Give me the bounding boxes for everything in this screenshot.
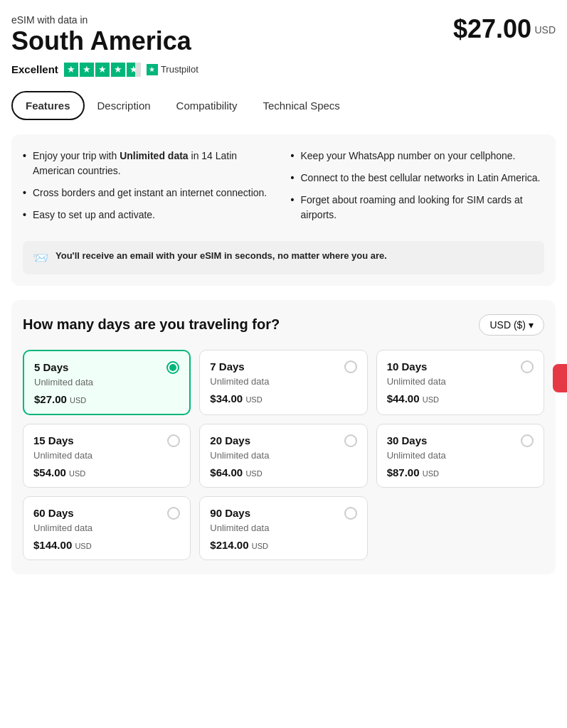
day-card-header: 60 Days: [33, 507, 180, 520]
data-label: Unlimited data: [33, 523, 180, 533]
features-left: Enjoy your trip with Unlimited data in 1…: [23, 149, 277, 230]
day-card[interactable]: 60 Days Unlimited data $144.00 USD: [23, 496, 191, 560]
data-label: Unlimited data: [34, 377, 179, 387]
day-card[interactable]: 5 Days Unlimited data $27.00 USD: [23, 350, 191, 415]
day-price: $64.00 USD: [210, 466, 356, 478]
price-currency: USD: [534, 24, 556, 36]
radio-button[interactable]: [167, 507, 180, 520]
day-price-currency: USD: [245, 395, 262, 404]
days-grid: 5 Days Unlimited data $27.00 USD 7 Days …: [23, 350, 544, 560]
floating-action-button[interactable]: [553, 364, 567, 392]
page-title: South America: [11, 27, 191, 55]
email-notice: 📨 You'll receive an email with your eSIM…: [23, 241, 544, 274]
feature-item: Connect to the best cellular networks in…: [291, 171, 545, 186]
day-price: $44.00 USD: [387, 392, 534, 405]
day-price: $214.00 USD: [210, 539, 356, 551]
tab-bar: Features Description Compatibility Techn…: [11, 91, 556, 120]
day-card[interactable]: 10 Days Unlimited data $44.00 USD: [376, 350, 544, 415]
radio-button[interactable]: [344, 360, 357, 373]
day-card-header: 5 Days: [34, 361, 179, 374]
day-price-currency: USD: [252, 542, 268, 550]
feature-item: Enjoy your trip with Unlimited data in 1…: [23, 149, 277, 178]
feature-item: Easy to set up and activate.: [23, 208, 277, 223]
day-price-currency: USD: [245, 469, 262, 478]
feature-item: Keep your WhatsApp number on your cellph…: [291, 149, 545, 164]
data-label: Unlimited data: [210, 450, 356, 461]
day-card[interactable]: 20 Days Unlimited data $64.00 USD: [199, 424, 367, 488]
star-2: ★: [80, 63, 94, 77]
trustpilot-logo-star: ★: [147, 64, 158, 75]
feature-item: Cross borders and get instant an interne…: [23, 186, 277, 200]
day-price-currency: USD: [423, 395, 439, 404]
day-card-header: 20 Days: [210, 434, 356, 447]
day-price: $54.00 USD: [33, 466, 180, 478]
day-price: $34.00 USD: [210, 392, 356, 405]
day-label: 20 Days: [210, 434, 250, 446]
currency-chevron-icon: ▾: [529, 319, 534, 331]
radio-button[interactable]: [167, 434, 180, 447]
tab-compatibility[interactable]: Compatibility: [164, 91, 250, 120]
day-label: 60 Days: [33, 507, 74, 519]
day-price-currency: USD: [69, 469, 85, 478]
radio-button[interactable]: [521, 360, 534, 373]
star-1: ★: [64, 63, 78, 77]
day-card-header: 90 Days: [210, 507, 356, 520]
tab-features[interactable]: Features: [11, 91, 85, 120]
trustpilot-section: Excellent ★ ★ ★ ★ ★ ★ Trustpilot: [11, 63, 556, 77]
day-label: 90 Days: [210, 507, 250, 519]
radio-button[interactable]: [521, 434, 534, 447]
data-label: Unlimited data: [210, 376, 356, 387]
day-price-currency: USD: [423, 469, 439, 478]
day-label: 15 Days: [33, 434, 74, 446]
features-grid: Enjoy your trip with Unlimited data in 1…: [23, 149, 544, 230]
day-price: $27.00 USD: [34, 393, 179, 405]
trustpilot-logo: ★ Trustpilot: [147, 64, 198, 75]
star-5: ★: [127, 63, 141, 77]
data-label: Unlimited data: [210, 523, 356, 533]
data-label: Unlimited data: [387, 376, 534, 387]
day-price: $144.00 USD: [33, 539, 180, 551]
radio-button[interactable]: [344, 507, 357, 520]
day-card[interactable]: 90 Days Unlimited data $214.00 USD: [199, 496, 367, 560]
day-card[interactable]: 30 Days Unlimited data $87.00 USD: [376, 424, 544, 488]
feature-item: Forget about roaming and looking for SIM…: [291, 193, 545, 223]
data-label: Unlimited data: [387, 450, 534, 461]
email-notice-text: You'll receive an email with your eSIM i…: [55, 250, 387, 262]
day-label: 7 Days: [210, 360, 244, 373]
tab-technical-specs[interactable]: Technical Specs: [250, 91, 352, 120]
unlimited-data-bold: Unlimited data: [120, 150, 188, 161]
currency-label: USD ($): [489, 319, 526, 331]
day-card[interactable]: 7 Days Unlimited data $34.00 USD: [199, 350, 367, 415]
email-icon: 📨: [33, 250, 48, 266]
trustpilot-stars: ★ ★ ★ ★ ★: [64, 63, 141, 77]
features-right: Keep your WhatsApp number on your cellph…: [291, 149, 545, 230]
day-card-header: 15 Days: [33, 434, 180, 447]
day-price-currency: USD: [75, 542, 91, 550]
data-label: Unlimited data: [33, 450, 180, 461]
travel-section: How many days are you traveling for? USD…: [11, 300, 556, 574]
price-display: $27.00: [453, 14, 531, 43]
trustpilot-label: Excellent: [11, 63, 58, 75]
day-card-header: 30 Days: [387, 434, 534, 447]
day-card[interactable]: 15 Days Unlimited data $54.00 USD: [23, 424, 191, 488]
day-card-header: 7 Days: [210, 360, 356, 373]
currency-selector[interactable]: USD ($) ▾: [479, 314, 544, 336]
travel-title: How many days are you traveling for?: [23, 316, 280, 333]
radio-button[interactable]: [344, 434, 357, 447]
day-card-header: 10 Days: [387, 360, 534, 373]
features-section: Enjoy your trip with Unlimited data in 1…: [11, 134, 556, 286]
travel-header: How many days are you traveling for? USD…: [23, 314, 544, 336]
star-4: ★: [111, 63, 125, 77]
radio-button[interactable]: [166, 361, 179, 374]
page-subtitle: eSIM with data in: [11, 14, 191, 26]
day-label: 30 Days: [387, 434, 428, 446]
day-price: $87.00 USD: [387, 466, 534, 478]
tab-description[interactable]: Description: [85, 91, 164, 120]
star-3: ★: [95, 63, 110, 77]
day-label: 5 Days: [34, 361, 68, 373]
trustpilot-logo-text: Trustpilot: [161, 64, 198, 75]
day-label: 10 Days: [387, 360, 428, 373]
day-price-currency: USD: [70, 396, 86, 405]
